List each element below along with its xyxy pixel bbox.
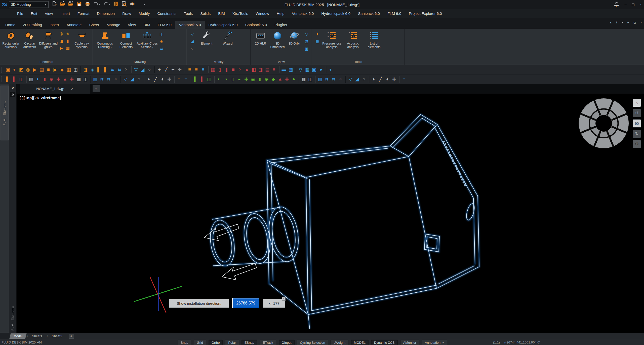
toolbar-icon-29[interactable]: ≡: [186, 66, 193, 73]
sheet-tab-sheet1[interactable]: Sheet1: [28, 333, 47, 339]
connect-elements-button[interactable]: Connect Elements: [115, 30, 137, 49]
toolbar-icon-41[interactable]: ▤: [264, 66, 271, 73]
toolbar-icon-13[interactable]: ◈: [89, 66, 96, 73]
small-tool-icon-1[interactable]: ▧: [304, 39, 309, 44]
toolbar-icon-63[interactable]: ✚: [391, 75, 397, 83]
menu-format[interactable]: Format: [77, 11, 90, 16]
3d-smoothed-button[interactable]: 3D Smoothed: [269, 30, 286, 49]
toolbar-icon-35[interactable]: ◐: [216, 75, 222, 83]
toolbar-icon-18[interactable]: ×: [123, 66, 130, 73]
circular-ductwork-button[interactable]: Circular ductwork: [20, 30, 39, 49]
toolbar-icon-24[interactable]: ✦: [156, 66, 163, 73]
ribbon-tab-manage[interactable]: Manage: [103, 21, 124, 29]
toolbar-icon-36[interactable]: ■: [230, 66, 237, 73]
toolbar-icon-29[interactable]: ≡: [182, 75, 189, 83]
menu-file[interactable]: File: [17, 11, 23, 16]
status-toggle-oinput[interactable]: OInput: [279, 340, 295, 345]
toolbar-icon-17[interactable]: ×: [112, 75, 119, 83]
toolbar-icon-32[interactable]: ▌: [199, 75, 206, 83]
toolbar-icon-57[interactable]: ◢: [354, 75, 360, 83]
toolbar-icon-39[interactable]: ◧: [250, 66, 257, 73]
toolbar-icon-1[interactable]: ◐: [11, 66, 18, 73]
toolbar-icon-46[interactable]: ●: [290, 75, 297, 83]
small-tool-icon-0[interactable]: ✦: [315, 31, 320, 37]
drawingproperties-button[interactable]: [113, 1, 118, 7]
menu-help[interactable]: Help: [277, 11, 285, 16]
toolbar-icon-7[interactable]: ▶: [52, 66, 59, 73]
publish-button[interactable]: [130, 1, 135, 7]
ribbon-tab-ventpack-6-0[interactable]: Ventpack 6.0: [175, 21, 205, 29]
toolbar-icon-11[interactable]: ▦: [75, 75, 82, 83]
small-tool-icon-1[interactable]: ▦: [315, 39, 320, 44]
toolbar-icon-19[interactable]: ▽: [122, 75, 129, 83]
ribbon-tab-home[interactable]: Home: [2, 21, 19, 29]
toolbar-icon-65[interactable]: ≡: [400, 75, 407, 83]
notifications-bell-icon[interactable]: [614, 2, 619, 7]
navwheel-rotate-ccw-icon[interactable]: ↺: [633, 109, 641, 117]
acoustic-analysis-button[interactable]: +-AAcoustic analysis: [342, 30, 364, 49]
3d-orbit-button[interactable]: 3D Orbit: [286, 30, 303, 45]
redo-button[interactable]: ▾: [103, 1, 110, 7]
toolbar-icon-49[interactable]: ◫: [307, 75, 314, 83]
toolbar-icon-16[interactable]: ≋: [105, 75, 112, 83]
ribbon-control-4[interactable]: ◻: [633, 21, 636, 24]
new-button[interactable]: [52, 1, 57, 7]
ribbon-control-1[interactable]: ?: [616, 21, 618, 24]
toolbar-icon-47[interactable]: ▽: [297, 66, 304, 73]
status-toggle-snap[interactable]: Snap: [178, 340, 191, 345]
toolbar-icon-44[interactable]: ▲: [277, 75, 284, 83]
status-toggle-cycling-selection[interactable]: Cycling Selection: [297, 340, 328, 345]
menu-dimension[interactable]: Dimension: [97, 11, 115, 16]
toolbar-icon-42[interactable]: ≡: [271, 66, 277, 73]
preview-button[interactable]: [121, 1, 127, 7]
toolbar-icon-45[interactable]: ▧: [287, 66, 294, 73]
add-sheet-button[interactable]: +: [69, 334, 74, 339]
navwheel-wheel-settings-icon[interactable]: ⚙: [633, 140, 641, 148]
print-button[interactable]: [85, 1, 90, 7]
toolbar-drag-handle[interactable]: [2, 76, 3, 82]
toolbar-icon-12[interactable]: ◫: [82, 75, 89, 83]
toolbar-icon-34[interactable]: ▯: [216, 66, 223, 73]
small-tool-icon-1[interactable]: ◈: [65, 31, 71, 36]
toolbar-icon-6[interactable]: ▮: [41, 75, 48, 83]
status-toggle-annotation[interactable]: Annotation▼: [422, 340, 447, 345]
small-tool-icon-4[interactable]: ▶: [59, 45, 64, 51]
toolbar-icon-14[interactable]: ▌: [96, 66, 102, 73]
status-toggle-etrack[interactable]: ETrack: [260, 340, 276, 345]
toolbar-icon-37[interactable]: ▯: [229, 75, 236, 83]
menu-ventpack-6-0[interactable]: Ventpack 6.0: [292, 11, 314, 16]
toolbar-icon-54[interactable]: ×: [337, 75, 344, 83]
toolbar-icon-25[interactable]: ╱: [163, 66, 170, 73]
toolbar-icon-36[interactable]: ◑: [222, 75, 229, 83]
ribbon-control-3[interactable]: –: [627, 21, 629, 24]
toolbar-icon-33[interactable]: ▦: [210, 66, 216, 73]
ribbon-tab-bim[interactable]: BIM: [140, 21, 154, 29]
2d-hlr-button[interactable]: 2D HLR: [252, 30, 269, 45]
toolbar-icon-61[interactable]: ╱: [377, 75, 384, 83]
menu-insert[interactable]: Insert: [60, 11, 70, 16]
pressure-loss-analysis-button[interactable]: +-+PPressure loss analysis: [321, 30, 342, 49]
auxiliary-cross-section-button[interactable]: Auxiliary Cross Section ▾: [137, 30, 158, 49]
toolbar-icon-42[interactable]: ◉: [263, 75, 270, 83]
navwheel-home-icon[interactable]: ⌂: [633, 99, 641, 107]
toolbar-icon-5[interactable]: ◐: [34, 75, 41, 83]
toolbar-icon-15[interactable]: ≋: [99, 75, 105, 83]
undo-button[interactable]: ▾: [93, 1, 100, 7]
toolbar-icon-52[interactable]: ◐: [327, 66, 334, 73]
ribbon-control-5[interactable]: ×: [640, 21, 642, 24]
ribbon-tab-2d-drafting[interactable]: 2D Drafting: [19, 21, 46, 29]
cable-tray-systems-button[interactable]: Cable tray systems: [72, 30, 91, 49]
drawing-viewport[interactable]: [-][Top][2D Wireframe] Show installation…: [17, 94, 644, 333]
status-toggle-model[interactable]: MODEL: [351, 340, 369, 345]
toolbar-icon-16[interactable]: ≋: [109, 66, 116, 73]
ribbon-tab-insert[interactable]: Insert: [46, 21, 63, 29]
toolbar-icon-22[interactable]: ○: [146, 66, 153, 73]
diffusers-and-grilles-button[interactable]: Diffusers and grilles: [39, 30, 58, 49]
dynamic-input-angle-field[interactable]: < 177 °: [263, 299, 285, 308]
ribbon-tab-sanipack-6-0[interactable]: Sanipack 6.0: [241, 21, 271, 29]
toolbar-icon-21[interactable]: ◢: [139, 66, 146, 73]
toolbar-icon-9[interactable]: ▦: [65, 66, 72, 73]
small-tool-icon-3[interactable]: ▮: [65, 38, 71, 44]
toolbar-icon-26[interactable]: ✚: [166, 75, 173, 83]
toolbar-icon-3[interactable]: ◎: [25, 66, 31, 73]
